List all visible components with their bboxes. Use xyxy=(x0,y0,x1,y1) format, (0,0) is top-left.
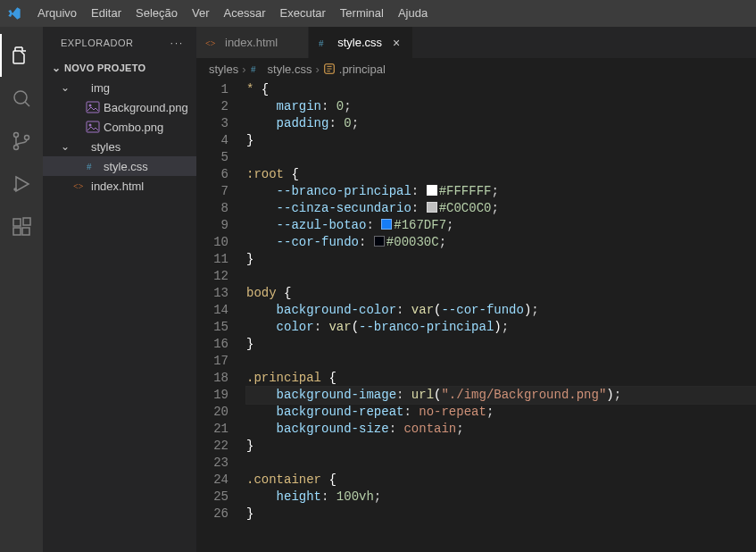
tree-label: Background.png xyxy=(104,101,188,114)
extensions-icon[interactable] xyxy=(0,205,43,248)
more-icon[interactable]: ··· xyxy=(170,38,184,48)
editor-area: <>index.html#style.css× styles›#style.cs… xyxy=(196,27,756,552)
color-swatch[interactable] xyxy=(427,202,437,213)
tree-label: index.html xyxy=(91,180,144,193)
menu-item-ajuda[interactable]: Ajuda xyxy=(391,0,435,27)
svg-rect-7 xyxy=(22,228,29,235)
tab-label: style.css xyxy=(337,36,382,49)
folder-styles[interactable]: ⌄styles xyxy=(43,137,196,156)
file-Background.png[interactable]: Background.png xyxy=(43,97,196,117)
activitybar xyxy=(0,27,43,552)
chevron-down-icon: ⌄ xyxy=(61,81,73,94)
color-swatch[interactable] xyxy=(381,219,392,230)
tree-label: Combo.png xyxy=(104,121,163,134)
html-icon: <> xyxy=(73,179,87,193)
menu-item-acessar[interactable]: Acessar xyxy=(217,0,273,27)
menu-item-arquivo[interactable]: Arquivo xyxy=(30,0,84,27)
chevron-down-icon: ⌄ xyxy=(52,62,64,74)
code-content[interactable]: * { margin: 0; padding: 0;} :root { --br… xyxy=(246,79,756,552)
svg-point-4 xyxy=(14,188,16,190)
color-swatch[interactable] xyxy=(374,236,385,247)
tree-label: img xyxy=(91,81,110,95)
menubar: ArquivoEditarSeleçãoVerAcessarExecutarTe… xyxy=(30,0,435,27)
chevron-right-icon: › xyxy=(315,63,319,76)
menu-item-seleção[interactable]: Seleção xyxy=(129,0,185,27)
svg-point-2 xyxy=(14,146,19,150)
menu-item-editar[interactable]: Editar xyxy=(84,0,129,27)
svg-rect-8 xyxy=(23,218,30,225)
tab-label: index.html xyxy=(225,36,278,49)
svg-rect-6 xyxy=(13,228,21,235)
svg-text:<>: <> xyxy=(73,181,84,191)
line-gutter: 1234567891011121314151617181920212223242… xyxy=(196,79,246,552)
svg-text:#: # xyxy=(87,161,92,171)
css-icon: # xyxy=(250,62,264,76)
project-name: NOVO PROJETO xyxy=(64,63,145,73)
tab-style-css[interactable]: #style.css× xyxy=(309,27,413,58)
svg-rect-5 xyxy=(13,219,21,226)
sidebar-title: EXPLORADOR xyxy=(61,38,133,48)
file-Combo.png[interactable]: Combo.png xyxy=(43,117,196,137)
search-icon[interactable] xyxy=(0,77,43,120)
close-icon[interactable]: × xyxy=(389,36,403,50)
image-icon xyxy=(86,100,100,114)
symbol-icon xyxy=(323,63,336,75)
svg-point-3 xyxy=(25,136,29,140)
sidebar: EXPLORADOR ··· ⌄ NOVO PROJETO ⌄imgBackgr… xyxy=(43,27,196,552)
breadcrumb-item[interactable]: styles xyxy=(209,63,238,76)
svg-point-10 xyxy=(89,105,92,107)
file-style.css[interactable]: #style.css xyxy=(43,156,196,176)
svg-point-1 xyxy=(14,133,19,138)
css-icon: # xyxy=(86,159,100,173)
run-debug-icon[interactable] xyxy=(0,163,43,205)
svg-rect-9 xyxy=(87,102,99,113)
image-icon xyxy=(86,120,100,134)
chevron-right-icon: › xyxy=(242,63,245,76)
svg-point-12 xyxy=(89,124,92,127)
file-tree: ⌄ NOVO PROJETO ⌄imgBackground.pngCombo.p… xyxy=(43,58,196,196)
color-swatch[interactable] xyxy=(427,185,437,196)
css-icon: # xyxy=(318,36,332,50)
explorer-icon[interactable] xyxy=(0,34,43,77)
titlebar: ArquivoEditarSeleçãoVerAcessarExecutarTe… xyxy=(0,0,756,27)
svg-text:<>: <> xyxy=(205,38,216,48)
vscode-logo-icon xyxy=(7,6,21,21)
breadcrumb-item[interactable]: style.css xyxy=(268,63,312,76)
folder-img[interactable]: ⌄img xyxy=(43,78,196,97)
tree-label: styles xyxy=(91,140,120,154)
svg-text:#: # xyxy=(319,38,324,48)
tree-label: style.css xyxy=(104,160,148,173)
tab-index-html[interactable]: <>index.html xyxy=(196,27,309,58)
menu-item-executar[interactable]: Executar xyxy=(273,0,333,27)
code-editor[interactable]: 1234567891011121314151617181920212223242… xyxy=(196,79,756,552)
project-root[interactable]: ⌄ NOVO PROJETO xyxy=(43,58,196,78)
svg-rect-11 xyxy=(87,121,99,132)
chevron-down-icon: ⌄ xyxy=(61,140,73,153)
svg-text:#: # xyxy=(251,63,256,74)
source-control-icon[interactable] xyxy=(0,120,43,163)
sidebar-header: EXPLORADOR ··· xyxy=(43,27,196,58)
menu-item-ver[interactable]: Ver xyxy=(185,0,217,27)
file-index.html[interactable]: <>index.html xyxy=(43,176,196,196)
breadcrumb[interactable]: styles›#style.css›.principal xyxy=(196,58,756,79)
breadcrumb-item[interactable]: .principal xyxy=(339,63,386,76)
menu-item-terminal[interactable]: Terminal xyxy=(333,0,391,27)
svg-point-0 xyxy=(14,91,27,104)
tabbar: <>index.html#style.css× xyxy=(196,27,756,58)
html-icon: <> xyxy=(205,36,220,50)
